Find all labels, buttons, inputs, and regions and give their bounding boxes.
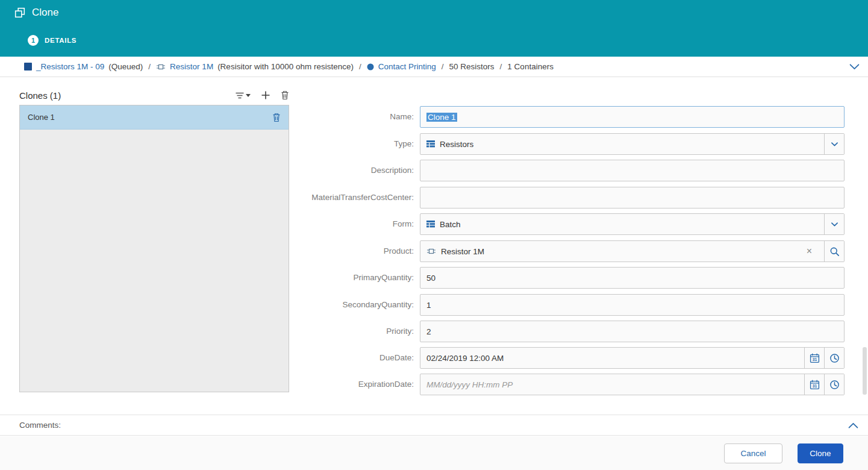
- breadcrumb-operation-link[interactable]: Contact Printing: [378, 62, 436, 71]
- type-dropdown-button[interactable]: [824, 134, 844, 154]
- form-row-priority: Priority: 2: [0, 321, 845, 342]
- add-clone-button[interactable]: [261, 90, 270, 100]
- expiration-date-input[interactable]: MM/dd/yyyy HH:mm PP 31: [420, 374, 845, 395]
- due-date-calendar-button[interactable]: 31: [804, 348, 824, 368]
- form-row-description: Description:: [0, 160, 845, 181]
- product-value: Resistor 1M: [441, 247, 484, 256]
- product-label: Product:: [0, 240, 420, 262]
- breadcrumb-batch-status: (Queued): [108, 62, 143, 71]
- form-row-form: Form: Batch: [0, 213, 845, 235]
- secondary-quantity-input[interactable]: 1: [420, 294, 845, 316]
- form-row-secondary-quantity: SecondaryQuantity: 1: [0, 294, 845, 316]
- form-dropdown[interactable]: Batch: [420, 213, 845, 235]
- clone-copy-icon: [14, 7, 25, 18]
- form-row-material-transfer-cost-center: MaterialTransferCostCenter:: [0, 187, 845, 208]
- form-label: Form:: [0, 213, 420, 235]
- form-scrollbar-thumb[interactable]: [863, 347, 867, 395]
- form-value: Batch: [440, 220, 461, 229]
- due-date-time-button[interactable]: [824, 348, 844, 368]
- clone-button[interactable]: Clone: [798, 443, 843, 463]
- filter-clones-button[interactable]: [236, 92, 251, 99]
- breadcrumb-operation[interactable]: Contact Printing: [367, 62, 436, 71]
- name-label: Name:: [0, 106, 420, 128]
- priority-input[interactable]: 2: [420, 321, 845, 342]
- wizard-steps: 1 DETAILS: [28, 35, 76, 46]
- step-1-badge: 1: [28, 35, 39, 46]
- expiration-date-label: ExpirationDate:: [0, 374, 420, 395]
- expiration-date-placeholder: MM/dd/yyyy HH:mm PP: [426, 380, 513, 389]
- chevron-down-icon: [831, 142, 838, 146]
- secondary-quantity-value: 1: [426, 301, 431, 310]
- plus-icon: [261, 90, 270, 100]
- material-transfer-cost-center-input[interactable]: [420, 187, 845, 208]
- trash-icon: [281, 90, 289, 100]
- filter-caret-icon: [246, 94, 251, 97]
- form-dropdown-button[interactable]: [824, 214, 844, 234]
- form-row-due-date: DueDate: 02/24/2019 12:00 AM 31: [0, 347, 845, 369]
- breadcrumb-separator: /: [359, 62, 361, 71]
- dialog-title: Clone: [32, 7, 58, 19]
- name-input[interactable]: Clone 1: [420, 106, 845, 128]
- primary-quantity-input[interactable]: 50: [420, 267, 845, 289]
- breadcrumb-quantity: 50 Resistors: [449, 62, 495, 71]
- material-transfer-cost-center-label: MaterialTransferCostCenter:: [0, 187, 420, 208]
- table-icon: [426, 140, 435, 148]
- clones-panel-title: Clones (1): [19, 90, 61, 101]
- operation-circle-icon: [367, 63, 374, 70]
- form-row-type: Type: Resistors: [0, 133, 845, 155]
- clones-toolbar: [236, 90, 289, 100]
- breadcrumb-containers: 1 Containers: [507, 62, 554, 71]
- due-date-input[interactable]: 02/24/2019 12:00 AM 31: [420, 347, 845, 369]
- due-date-value: 02/24/2019 12:00 AM: [426, 354, 504, 363]
- breadcrumb-containers-text: 1 Containers: [507, 62, 554, 71]
- breadcrumb-batch-link[interactable]: _Resistors 1M - 09: [36, 62, 104, 71]
- type-label: Type:: [0, 133, 420, 155]
- breadcrumb-product[interactable]: Resistor 1M (Resisitor with 10000 ohm re…: [156, 62, 354, 71]
- dialog-title-row: Clone: [14, 7, 58, 19]
- breadcrumb-batch[interactable]: _Resistors 1M - 09 (Queued): [24, 62, 143, 71]
- breadcrumb-collapse-chevron-down-icon[interactable]: [849, 63, 860, 70]
- clock-icon: [829, 353, 840, 363]
- chevron-down-icon: [831, 222, 838, 227]
- svg-text:31: 31: [812, 384, 817, 388]
- dialog-header: Clone 1 DETAILS: [0, 0, 868, 57]
- form-row-name: Name: Clone 1: [0, 106, 845, 128]
- breadcrumb-product-desc: (Resisitor with 10000 ohm resistence): [217, 62, 354, 71]
- comments-label: Comments:: [19, 421, 61, 430]
- breadcrumb-separator: /: [442, 62, 444, 71]
- primary-quantity-label: PrimaryQuantity:: [0, 267, 420, 289]
- primary-quantity-value: 50: [426, 274, 436, 283]
- form-row-primary-quantity: PrimaryQuantity: 50: [0, 267, 845, 289]
- breadcrumb-separator: /: [500, 62, 502, 71]
- table-icon: [426, 221, 435, 228]
- name-value: Clone 1: [426, 113, 457, 122]
- priority-value: 2: [426, 327, 431, 336]
- priority-label: Priority:: [0, 321, 420, 342]
- product-icon: [426, 247, 436, 255]
- dialog-footer: Cancel Clone: [0, 436, 868, 470]
- description-label: Description:: [0, 160, 420, 181]
- expiration-date-calendar-button[interactable]: 31: [804, 374, 824, 395]
- comments-collapse-chevron-up-icon[interactable]: [848, 422, 858, 429]
- clock-icon: [829, 380, 840, 390]
- svg-text:31: 31: [812, 357, 817, 362]
- breadcrumb-product-link[interactable]: Resistor 1M: [170, 62, 213, 71]
- form-row-product: Product: Resistor 1M ×: [0, 240, 845, 262]
- type-dropdown[interactable]: Resistors: [420, 133, 845, 155]
- step-1-label[interactable]: DETAILS: [45, 37, 76, 44]
- due-date-label: DueDate:: [0, 347, 420, 369]
- description-input[interactable]: [420, 160, 845, 181]
- clear-product-icon[interactable]: ×: [801, 246, 818, 256]
- product-search-button[interactable]: [824, 241, 844, 262]
- product-icon: [156, 63, 166, 71]
- batch-square-icon: [24, 63, 32, 70]
- calendar-icon: 31: [810, 380, 820, 390]
- comments-section[interactable]: Comments:: [0, 415, 868, 436]
- delete-clones-button[interactable]: [281, 90, 289, 100]
- cancel-button[interactable]: Cancel: [724, 443, 782, 463]
- clones-panel-header: Clones (1): [19, 88, 289, 102]
- search-icon: [829, 246, 840, 257]
- clone-dialog: Clone 1 DETAILS _Resistors 1M - 09 (Queu…: [0, 0, 868, 470]
- product-lookup-input[interactable]: Resistor 1M ×: [420, 240, 845, 262]
- expiration-date-time-button[interactable]: [824, 374, 844, 395]
